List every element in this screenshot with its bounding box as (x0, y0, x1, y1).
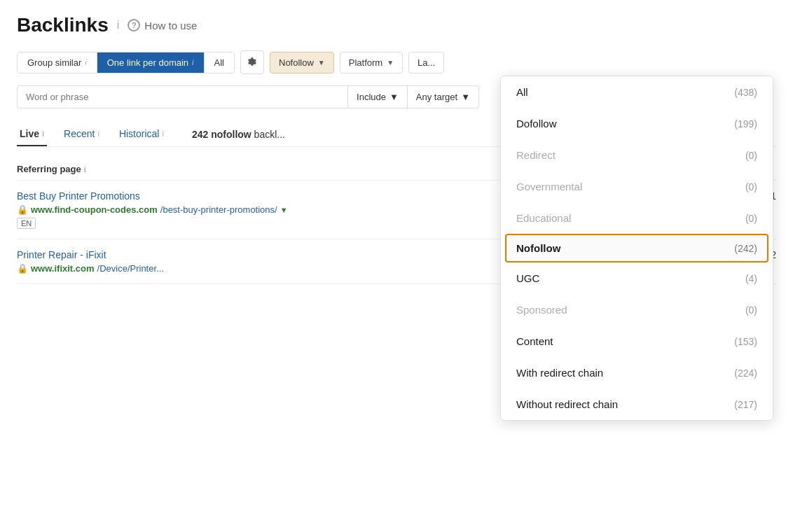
any-target-label: Any target (416, 92, 457, 102)
dropdown-item-label-3: Governmental (516, 181, 582, 192)
dropdown-item-label-6: UGC (516, 272, 539, 284)
dropdown-item-0[interactable]: All(438) (501, 76, 773, 108)
group-similar-info: i (85, 58, 86, 66)
title-info-icon[interactable]: i (117, 19, 120, 31)
dropdown-item-count-8: (153) (734, 336, 757, 347)
dropdown-item-label-9: With redirect chain (516, 367, 603, 379)
dropdown-item-3[interactable]: Governmental(0) (501, 171, 773, 202)
backlink-count-display: 242 nofollow backl... (192, 129, 285, 140)
dropdown-item-5[interactable]: Nofollow(242) (505, 234, 768, 262)
all-tab[interactable]: All (205, 52, 234, 73)
dropdown-item-count-10: (217) (734, 399, 757, 410)
tab-historical-info: i (162, 130, 163, 138)
tab-live-label: Live (20, 128, 39, 139)
group-similar-tab[interactable]: Group similar i (18, 52, 97, 73)
url-domain-1[interactable]: www.find-coupon-codes.com (31, 204, 158, 215)
dropdown-item-count-4: (0) (745, 213, 757, 224)
one-link-per-domain-tab[interactable]: One link per domain i (97, 52, 205, 73)
dropdown-item-count-3: (0) (745, 181, 757, 192)
dropdown-item-label-8: Content (516, 335, 553, 347)
dropdown-item-label-10: Without redirect chain (516, 398, 618, 410)
dropdown-item-1[interactable]: Dofollow(199) (501, 108, 773, 139)
tab-recent-info: i (97, 130, 99, 138)
how-to-use-label: How to use (144, 20, 197, 31)
lang-label: La... (418, 57, 435, 68)
dropdown-item-label-2: Redirect (516, 149, 556, 161)
toolbar: Group similar i One link per domain i Al… (17, 50, 776, 74)
any-target-dropdown-button[interactable]: Any target ▼ (408, 85, 479, 108)
url-path-1[interactable]: /best-buy-printer-promotions/ (160, 204, 277, 215)
tab-historical[interactable]: Historical i (116, 122, 167, 146)
lock-icon-2: 🔒 (17, 263, 28, 274)
platform-label: Platform (349, 57, 382, 68)
col-page-info-icon: i (84, 165, 86, 174)
url-domain-2[interactable]: www.ifixit.com (31, 263, 95, 274)
nofollow-dropdown-menu: All(438)Dofollow(199)Redirect(0)Governme… (500, 76, 773, 421)
dropdown-item-label-0: All (516, 86, 528, 98)
dropdown-item-6[interactable]: UGC(4) (501, 262, 773, 294)
nofollow-dropdown-button[interactable]: Nofollow ▼ (270, 52, 334, 74)
url-path-2[interactable]: /Device/Printer... (97, 263, 164, 274)
dropdown-item-4[interactable]: Educational(0) (501, 202, 773, 234)
dropdown-item-8[interactable]: Content(153) (501, 326, 773, 357)
dropdown-item-label-4: Educational (516, 212, 571, 224)
tab-historical-label: Historical (119, 128, 160, 139)
page-header: Backlinks i ? How to use (17, 14, 776, 36)
dropdown-item-7[interactable]: Sponsored(0) (501, 294, 773, 326)
dropdown-item-count-1: (199) (734, 118, 757, 130)
tab-live[interactable]: Live i (17, 122, 47, 146)
dropdown-item-count-5: (242) (734, 243, 757, 254)
one-link-per-domain-label: One link per domain (107, 57, 188, 68)
dropdown-item-count-2: (0) (745, 150, 757, 161)
url-arrow-icon-1: ▼ (280, 206, 288, 214)
dropdown-item-count-0: (438) (734, 87, 757, 98)
nofollow-arrow-icon: ▼ (318, 59, 325, 66)
lock-icon-1: 🔒 (17, 204, 28, 215)
dropdown-item-label-7: Sponsored (516, 304, 567, 316)
settings-button[interactable] (240, 50, 264, 74)
dropdown-item-count-6: (4) (745, 273, 757, 284)
col-page-label: Referring page (17, 164, 81, 174)
one-link-info: i (192, 58, 193, 66)
help-circle-icon: ? (127, 19, 140, 31)
language-button[interactable]: La... (408, 52, 444, 74)
dropdown-item-label-5: Nofollow (516, 242, 560, 254)
include-arrow-icon: ▼ (389, 92, 399, 102)
dropdown-item-2[interactable]: Redirect(0) (501, 139, 773, 171)
dropdown-item-10[interactable]: Without redirect chain(217) (501, 388, 773, 420)
tab-recent-label: Recent (64, 128, 95, 139)
group-similar-label: Group similar (27, 57, 81, 68)
dropdown-item-label-1: Dofollow (516, 118, 557, 130)
search-row: Include ▼ Any target ▼ (17, 85, 479, 108)
include-dropdown-button[interactable]: Include ▼ (347, 85, 408, 108)
lang-badge-1: EN (17, 218, 36, 229)
any-target-arrow-icon: ▼ (461, 92, 470, 102)
page-title: Backlinks (17, 14, 109, 36)
view-mode-group: Group similar i One link per domain i Al… (17, 52, 235, 74)
platform-dropdown-button[interactable]: Platform ▼ (340, 52, 403, 74)
dropdown-item-count-7: (0) (745, 304, 757, 316)
tab-recent[interactable]: Recent i (61, 122, 102, 146)
gear-icon (247, 57, 258, 68)
dropdown-item-count-9: (224) (734, 368, 757, 379)
include-label: Include (357, 92, 386, 102)
platform-arrow-icon: ▼ (387, 59, 394, 66)
tab-live-info: i (42, 130, 44, 138)
all-label: All (214, 57, 224, 68)
how-to-use-link[interactable]: ? How to use (127, 19, 197, 31)
nofollow-label: Nofollow (279, 57, 314, 68)
search-input[interactable] (18, 86, 347, 108)
dropdown-item-9[interactable]: With redirect chain(224) (501, 357, 773, 388)
page-wrapper: Backlinks i ? How to use Group similar i… (0, 0, 793, 532)
search-input-wrap (17, 85, 347, 108)
